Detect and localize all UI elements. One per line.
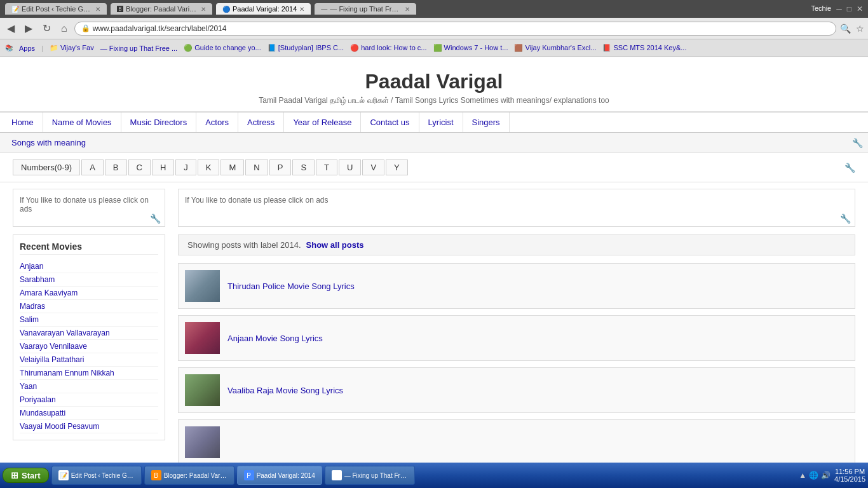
recent-movies-section: Recent Movies Anjaan Sarabham Amara Kaav… [13,234,165,440]
post-title-0[interactable]: Thirudan Police Movie Song Lyrics [227,281,355,291]
alpha-btn-numbers[interactable]: Numbers(0-9) [13,159,80,175]
bookmark-apps[interactable]: Apps [19,44,35,52]
movie-link-6[interactable]: Vaarayo Vennilaave [20,340,158,353]
post-card-2[interactable]: Vaaliba Raja Movie Song Lyrics [178,367,855,413]
browser-tab-3[interactable]: — — Fixing up That Free Lapt... ✕ [315,3,416,15]
browser-icons: 🔍 ☆ [840,24,864,34]
alpha-btn-a[interactable]: A [81,159,104,175]
alpha-btn-s[interactable]: S [292,159,315,175]
donate-text-right: If You like to donate us please click on… [185,196,329,205]
nav-year-of-release[interactable]: Year of Release [284,112,361,132]
movie-link-10[interactable]: Poriyaalan [20,393,158,407]
alpha-btn-c[interactable]: C [128,159,151,175]
movie-link-11[interactable]: Mundasupatti [20,407,158,420]
alpha-btn-u[interactable]: U [339,159,361,175]
browser-tab-2[interactable]: 🔵 Paadal Varigal: 2014 ✕ [216,3,311,15]
main-content: If You like to donate us please click on… [0,182,868,471]
alpha-btn-t[interactable]: T [316,159,337,175]
sub-nav-songs-with-meaning[interactable]: Songs with meaning [5,135,92,150]
movie-link-5[interactable]: Vanavarayan Vallavarayan [20,327,158,340]
page-wrapper: Paadal Varigal Tamil Paadal Varigal தமிழ… [0,57,868,471]
movie-link-2[interactable]: Amara Kaaviyam [20,287,158,300]
main-nav: Home Name of Movies Music Directors Acto… [0,112,868,133]
donate-wrench-icon-right: 🔧 [840,214,851,224]
maximize-button[interactable]: □ [847,4,851,13]
bookmark-fixing[interactable]: — Fixing up That Free ... [100,44,177,52]
taskbar-item-3[interactable]: — — Fixing up That Free Lapt... [325,466,415,471]
tabs-container: 📝 Edit Post ‹ Techie Guy — ✕ 🅱 Blogger: … [5,3,416,15]
bookmark-icon[interactable]: ☆ [856,24,864,34]
taskbar-icon-2: P [244,470,254,471]
alpha-btn-p[interactable]: P [269,159,292,175]
alpha-btn-k[interactable]: K [198,159,220,175]
movie-link-4[interactable]: Salim [20,313,158,327]
forward-button[interactable]: ▶ [22,21,36,36]
taskbar-item-2[interactable]: P Paadal Varigal: 2014 [237,466,322,471]
nav-name-of-movies[interactable]: Name of Movies [43,112,121,132]
tab-close-1[interactable]: ✕ [201,6,206,13]
sidebar: If You like to donate us please click on… [13,182,165,471]
bookmarks-bar: 📚 Apps | 📁 Vijay's Fav — Fixing up That … [0,39,868,57]
minimize-button[interactable]: ─ [836,4,842,13]
sub-nav-icon: 🔧 [852,138,863,148]
search-icon[interactable]: 🔍 [840,24,851,34]
show-all-posts-link[interactable]: Show all posts [306,240,364,250]
bookmark-vijay[interactable]: 📁 Vijay's Fav [50,44,94,52]
address-bar[interactable]: 🔒 www.paadalvarigal.tk/search/label/2014 [74,22,836,36]
alpha-btn-n[interactable]: N [245,159,268,175]
alpha-btn-j[interactable]: J [175,159,196,175]
taskbar-item-1[interactable]: B Blogger: Paadal Variga... [144,466,234,471]
taskbar-icon-0: 📝 [58,470,69,471]
browser-tab-0[interactable]: 📝 Edit Post ‹ Techie Guy — ✕ [5,3,107,15]
tab-close-2[interactable]: ✕ [299,6,304,13]
tab-close-0[interactable]: ✕ [95,6,100,13]
movie-link-3[interactable]: Madras [20,300,158,313]
back-button[interactable]: ◀ [4,21,18,36]
bookmark-studyplan[interactable]: 📘 [Studyplan] IBPS C... [268,44,344,52]
movie-link-8[interactable]: Thirumanam Ennum Nikkah [20,367,158,380]
alpha-btn-v[interactable]: V [362,159,384,175]
tray-icon-1: ▲ [799,471,806,471]
alpha-btn-h[interactable]: H [152,159,174,175]
start-button[interactable]: ⊞ Start [3,468,49,471]
movie-link-0[interactable]: Anjaan [20,260,158,273]
bookmark-guide[interactable]: 🟢 Guide to change yo... [184,44,261,52]
post-card-0[interactable]: Thirudan Police Movie Song Lyrics [178,263,855,309]
bookmark-ssc[interactable]: 📕 SSC MTS 2014 Key&... [602,44,686,52]
nav-singers[interactable]: Singers [463,112,510,132]
alpha-btn-y[interactable]: Y [386,159,408,175]
taskbar-item-0[interactable]: 📝 Edit Post ‹ Techie Guy — [51,466,142,471]
movie-link-9[interactable]: Yaan [20,380,158,393]
navigation-bar: ◀ ▶ ↻ ⌂ 🔒 www.paadalvarigal.tk/search/la… [0,18,868,39]
nav-music-directors[interactable]: Music Directors [121,112,197,132]
site-header: Paadal Varigal Tamil Paadal Varigal தமிழ… [0,57,868,112]
showing-posts-bar: Showing posts with label 2014. Show all … [178,234,855,255]
bookmark-hard[interactable]: 🔴 hard look: How to c... [350,44,426,52]
nav-actors[interactable]: Actors [196,112,238,132]
refresh-button[interactable]: ↻ [39,21,54,36]
post-title-1[interactable]: Anjaan Movie Song Lyrics [227,334,323,343]
nav-actress[interactable]: Actress [238,112,284,132]
nav-lyricist[interactable]: Lyricist [419,112,463,132]
movie-link-12[interactable]: Vaayai Moodi Pesavum [20,420,158,433]
sys-tray: ▲ 🌐 🔊 [799,471,831,471]
alpha-btn-b[interactable]: B [105,159,127,175]
nav-home[interactable]: Home [3,112,43,132]
nav-contact-us[interactable]: Contact us [361,112,419,132]
post-card-1[interactable]: Anjaan Movie Song Lyrics [178,315,855,361]
movie-link-1[interactable]: Sarabham [20,273,158,287]
post-thumb-3 [185,426,220,458]
tab-close-3[interactable]: ✕ [405,6,410,13]
browser-tab-1[interactable]: 🅱 Blogger: Paadal Varigal - ✕ [111,3,212,15]
home-button[interactable]: ⌂ [58,22,71,36]
donate-wrench-icon-left: 🔧 [150,214,161,224]
post-title-2[interactable]: Vaaliba Raja Movie Song Lyrics [227,386,343,395]
donate-box-left: If You like to donate us please click on… [13,189,165,227]
bookmark-windows7[interactable]: 🟩 Windows 7 - How t... [433,44,508,52]
sub-nav: Songs with meaning 🔧 [0,133,868,153]
bookmark-vijay2[interactable]: 🟫 Vijay Kumbhar's Excl... [514,44,596,52]
alpha-btn-m[interactable]: M [220,159,244,175]
movie-link-7[interactable]: Velaiyilla Pattathari [20,353,158,367]
close-button[interactable]: ✕ [857,4,863,13]
post-card-3[interactable] [178,419,855,465]
